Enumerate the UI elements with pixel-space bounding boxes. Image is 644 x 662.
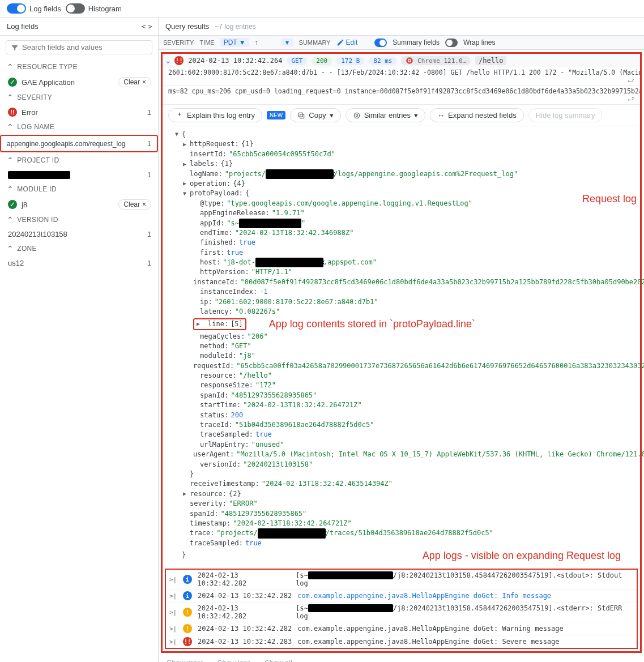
key: operation: [190, 179, 227, 189]
search-field[interactable]: [19, 43, 147, 52]
show-all-button[interactable]: Show all: [265, 659, 292, 662]
section-zone[interactable]: ⌃ZONE: [0, 241, 158, 257]
child-log-row[interactable]: >| ! 2024-02-13 10:32:42.282 [s~xxxxxxxx…: [166, 602, 637, 622]
expand-toggle[interactable]: [175, 130, 182, 139]
key: finished: [200, 238, 233, 247]
key: instanceId: [193, 277, 234, 287]
ts: 2024-02-13 10:32:42.283: [198, 638, 292, 646]
wrap-icon[interactable]: ⮐: [628, 76, 634, 84]
sidebar-item-zone[interactable]: us12 1: [0, 257, 158, 270]
col-severity[interactable]: SEVERITY: [163, 39, 194, 46]
clear-button[interactable]: Clear×: [118, 199, 151, 210]
log-fields-sidebar: Log fields < > ⌃RESOURCE TYPE ✓GAE Appli…: [0, 18, 159, 662]
sidebar-item-j8[interactable]: ✓j8 Clear×: [0, 197, 158, 212]
section-label: MODULE ID: [17, 185, 56, 193]
line-field-highlighted[interactable]: line: [5]: [193, 318, 246, 330]
section-resource-type[interactable]: ⌃RESOURCE TYPE: [0, 59, 158, 75]
child-log-row[interactable]: >| i 2024-02-13 10:32:42.282 [s~xxxxxxxx…: [166, 570, 637, 589]
expand-icon[interactable]: >|: [169, 576, 177, 583]
chevron-down-icon[interactable]: ⌄: [166, 57, 170, 65]
expand-icon[interactable]: >|: [169, 638, 177, 646]
summary-fields-switch[interactable]: [374, 39, 387, 47]
key: startTime: [200, 400, 237, 410]
count: 1: [147, 259, 151, 267]
key: moduleId: [200, 351, 233, 361]
expand-toggle[interactable]: [183, 140, 190, 149]
col-time[interactable]: TIME: [199, 39, 214, 46]
svg-point-5: [354, 113, 359, 118]
copy-button[interactable]: Copy ▾: [290, 108, 340, 122]
timezone-dropdown[interactable]: PDT ▼: [220, 38, 249, 47]
key: responseSize: [200, 381, 249, 390]
expand-toggle[interactable]: [183, 160, 190, 169]
annotation-child-logs: App logs - visible on expanding Request …: [423, 548, 621, 563]
footer-links: Show more Show less Show all: [159, 655, 644, 662]
log-header[interactable]: ⌄ !! 2024-02-13 10:32:42.264 GET 200 172…: [163, 54, 640, 67]
close-icon: ×: [142, 78, 146, 86]
section-severity[interactable]: ⌃SEVERITY: [0, 89, 158, 105]
expand-icon[interactable]: >|: [169, 625, 177, 633]
expand-toggle[interactable]: [183, 490, 190, 498]
key: receiveTimestamp: [190, 479, 255, 489]
wrap-lines-label: Wrap lines: [463, 39, 495, 46]
edit-label: Edit: [346, 39, 358, 46]
child-log-row[interactable]: >| !! 2024-02-13 10:32:42.283 com.exampl…: [166, 635, 637, 648]
section-version-id[interactable]: ⌃VERSION ID: [0, 212, 158, 228]
expand-toggle[interactable]: [183, 180, 190, 188]
similar-button[interactable]: Similar entries ▾: [346, 108, 425, 122]
sidebar-item-logname[interactable]: appengine.googleapis.com/request_log 1: [0, 135, 158, 152]
expand-toggle[interactable]: [197, 320, 203, 328]
sidebar-item-version[interactable]: 20240213t103158 1: [0, 228, 158, 241]
item-label: appengine.googleapis.com/request_log: [7, 140, 126, 148]
child-log-row[interactable]: >| i 2024-02-13 10:32:42.282 com.example…: [166, 589, 637, 602]
sidebar-item-project[interactable]: . 1: [0, 168, 158, 181]
key: protoPayload: [190, 189, 239, 198]
similar-label: Similar entries: [364, 111, 411, 119]
target-icon: [353, 112, 361, 119]
key: urlMapEntry: [200, 440, 245, 450]
explain-button[interactable]: Explain this log entry: [168, 108, 262, 122]
expand-nested-button[interactable]: ↔ Expand nested fields: [430, 108, 524, 122]
check-icon: ✓: [8, 78, 17, 87]
filter-dropdown[interactable]: ▾: [281, 39, 293, 46]
json-viewer: { httpRequest: {1} insertId: "65cbb5ca00…: [163, 126, 640, 566]
sidebar-title: Log fields: [7, 22, 39, 31]
chrome-icon: [406, 57, 413, 65]
wrap-lines-switch[interactable]: [445, 39, 458, 47]
key: spanId: [190, 509, 214, 519]
msg: com.example.appengine.java8.HelloAppEngi…: [297, 638, 559, 646]
section-module-id[interactable]: ⌃MODULE ID: [0, 181, 158, 197]
warning-icon: !: [183, 608, 192, 617]
edit-button[interactable]: Edit: [336, 39, 358, 46]
toggle-log-fields[interactable]: Log fields: [7, 3, 61, 14]
sidebar-item-error[interactable]: !!Error 1: [0, 105, 158, 119]
val: 65cbb5ca00054c0955f50c7d: [233, 150, 331, 158]
close-icon: ×: [142, 200, 146, 208]
pdt-label: PDT: [224, 39, 237, 46]
sidebar-item-gae[interactable]: ✓GAE Application Clear×: [0, 75, 158, 89]
show-more-button[interactable]: Show more: [167, 659, 204, 662]
collapse-icon[interactable]: < >: [142, 22, 151, 31]
redacted-text: xxxxxxxxxxxxxxxxx: [266, 169, 334, 179]
error-icon: !!: [8, 108, 17, 117]
toggle-histogram[interactable]: Histogram: [66, 3, 122, 14]
clear-button[interactable]: Clear×: [118, 77, 151, 87]
wrap-icon[interactable]: ⮐: [628, 95, 634, 103]
section-log-name[interactable]: ⌃LOG NAME: [0, 119, 158, 135]
annotation-line: App log contents stored in `protoPayload…: [269, 317, 475, 331]
expand-toggle[interactable]: [183, 190, 190, 198]
child-log-row[interactable]: >| ! 2024-02-13 10:32:42.282 com.example…: [166, 622, 637, 635]
sort-asc-icon[interactable]: ↑: [255, 39, 258, 46]
section-project-id[interactable]: ⌃PROJECT ID: [0, 152, 158, 168]
redacted-text: .: [8, 171, 70, 179]
key: ip: [200, 297, 208, 307]
val: {4}: [233, 179, 245, 189]
search-input[interactable]: [6, 40, 152, 54]
col-summary[interactable]: SUMMARY: [299, 39, 331, 46]
show-less-button[interactable]: Show less: [217, 659, 251, 662]
toggle-log-fields-label: Log fields: [29, 5, 61, 13]
redacted-text: xxxxxxxxxxxxxxxxx: [255, 258, 323, 267]
item-label: j8: [22, 200, 27, 209]
expand-icon[interactable]: >|: [169, 609, 177, 616]
expand-icon[interactable]: >|: [169, 592, 177, 600]
